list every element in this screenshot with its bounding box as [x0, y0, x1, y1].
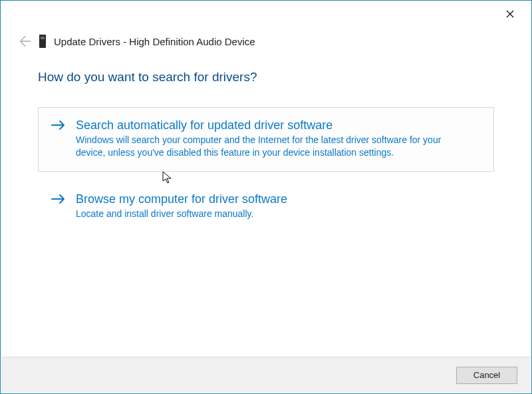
page-title: Update Drivers - High Definition Audio D… [54, 36, 255, 47]
option-search-automatically[interactable]: Search automatically for updated driver … [38, 107, 494, 172]
back-button[interactable] [17, 34, 31, 49]
footer-bar: Cancel [1, 357, 531, 393]
option-title: Search automatically for updated driver … [76, 118, 481, 132]
arrow-right-icon [51, 118, 68, 159]
close-icon [506, 10, 514, 18]
cancel-button[interactable]: Cancel [456, 367, 517, 384]
search-question: How do you want to search for drivers? [38, 70, 494, 85]
content-area: How do you want to search for drivers? S… [1, 54, 531, 233]
header-row: Update Drivers - High Definition Audio D… [1, 25, 531, 54]
close-button[interactable] [495, 5, 525, 23]
option-description: Windows will search your computer and th… [76, 134, 448, 159]
titlebar [1, 1, 531, 25]
option-body: Browse my computer for driver software L… [76, 192, 481, 220]
option-title: Browse my computer for driver software [76, 192, 481, 206]
option-description: Locate and install driver software manua… [76, 208, 448, 220]
option-body: Search automatically for updated driver … [76, 118, 481, 159]
option-browse-computer[interactable]: Browse my computer for driver software L… [38, 181, 494, 233]
device-icon [39, 35, 46, 48]
arrow-right-icon [51, 192, 68, 220]
back-arrow-icon [17, 34, 31, 49]
